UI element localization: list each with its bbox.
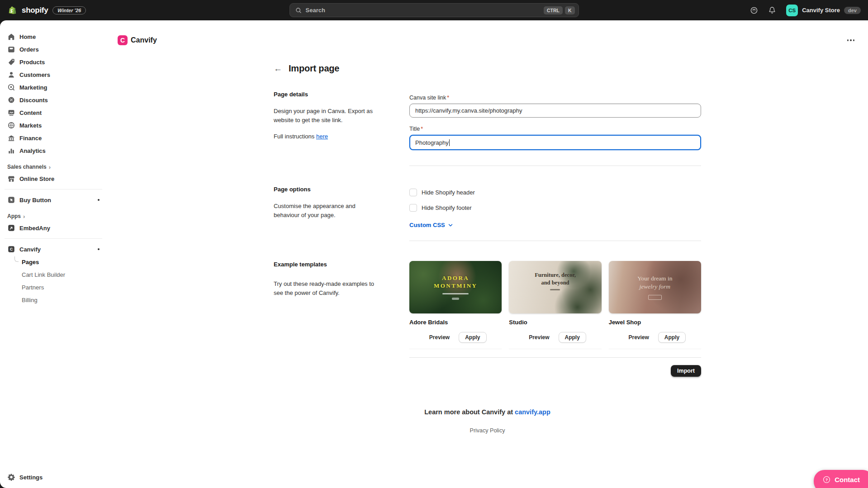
sidebar-item-marketing[interactable]: Marketing [4,81,103,94]
sidebar-item-label: Products [19,59,45,66]
sales-channels-header[interactable]: Sales channels › [4,161,103,172]
sidebar-divider [5,189,102,190]
notifications-bell-icon[interactable] [768,6,776,14]
store-avatar: CS [786,5,798,16]
contact-button[interactable]: ? Contact [814,470,868,488]
sidebar-subitem-billing[interactable]: Billing [4,294,103,306]
custom-css-label: Custom CSS [409,222,445,228]
sidebar-item-orders[interactable]: Orders [4,43,103,56]
template-name: Studio [509,319,601,326]
sidebar-item-label: Settings [19,474,43,481]
app-header: C Canvify [118,35,857,46]
back-arrow-icon[interactable]: ← [274,64,282,73]
custom-css-toggle[interactable]: Custom CSS [409,222,453,228]
apply-button[interactable]: Apply [658,332,686,343]
required-asterisk: * [421,126,423,132]
sidebar-item-analytics[interactable]: Analytics [4,144,103,157]
text-cursor [449,139,450,146]
sidebar-item-buy-button[interactable]: Buy Button [4,194,103,206]
required-asterisk: * [447,95,449,101]
page-details-description: Design your page in Canva. Export as web… [274,107,378,125]
sidebar-item-label: Marketing [19,84,47,91]
page-options-heading: Page options [274,186,378,193]
sidebar-item-canvify[interactable]: C Canvify [4,243,103,256]
instructions-link[interactable]: here [316,133,328,140]
template-art-decor [550,289,560,290]
sidebar-subitem-label: Billing [22,297,38,303]
apps-header[interactable]: Apps › [4,211,103,222]
store-menu-button[interactable]: CS Canvify Store dev [786,5,861,16]
title-label: Title* [409,126,701,132]
template-thumbnail[interactable]: ADORA MONTMINY [409,261,502,313]
import-page-panel: ← Import page Page details Design your p… [274,63,701,434]
preview-button[interactable]: Preview [524,332,554,343]
hide-header-checkbox[interactable] [409,189,417,196]
template-art-text: and beyond [535,279,576,286]
sidebar-subitem-pages[interactable]: Pages [4,256,103,268]
sidebar-item-label: Canvify [19,246,41,253]
bar-chart-icon [7,147,15,155]
sidekick-icon[interactable] [750,6,758,14]
percent-icon [7,96,15,104]
canvify-app-link[interactable]: canvify.app [515,408,550,416]
sidebar-item-label: Markets [19,122,42,129]
privacy-policy-link[interactable]: Privacy Policy [470,427,505,434]
sidebar-item-discounts[interactable]: Discounts [4,94,103,106]
sidebar-item-label: Online Store [19,175,54,182]
gear-icon [7,473,15,481]
overflow-menu-button[interactable] [844,37,858,44]
hide-header-label: Hide Shopify header [422,189,475,196]
brand-wordmark: shopify [22,6,48,15]
shopify-logo[interactable]: shopify Winter '26 [7,5,86,15]
hide-footer-checkbox[interactable] [409,204,417,212]
storefront-icon [7,175,15,183]
template-art-text: jewelry form [640,283,671,291]
template-thumbnail[interactable]: Your dream in jewelry form [609,261,701,313]
sidebar-subitem-cart-link-builder[interactable]: Cart Link Builder [4,268,103,281]
page-details-section: Page details Design your page in Canva. … [274,87,701,166]
apply-button[interactable]: Apply [459,332,486,343]
preview-button[interactable]: Preview [425,332,454,343]
topbar: shopify Winter '26 Search CTRL K CS Canv… [0,0,868,20]
embedany-app-icon [7,224,15,232]
template-card-studio: Furniture, decor, and beyond Studio Prev… [509,261,601,349]
page-options-description: Customise the appearance and behaviour o… [274,202,378,220]
sidebar-item-online-store[interactable]: Online Store [4,172,103,185]
template-card-jewel-shop: Your dream in jewelry form Jewel Shop Pr… [609,261,701,349]
dev-badge: dev [844,7,861,14]
preview-button[interactable]: Preview [624,332,653,343]
sidebar-subitem-partners[interactable]: Partners [4,281,103,294]
template-name: Jewel Shop [609,319,701,326]
template-art-text: ADORA [442,275,469,282]
notification-dot [98,199,100,201]
sidebar-item-finance[interactable]: Finance [4,132,103,144]
template-art-text: MONTMINY [434,282,478,289]
sidebar-item-settings[interactable]: Settings [4,471,103,483]
hide-footer-checkbox-row[interactable]: Hide Shopify footer [409,204,701,212]
import-button[interactable]: Import [671,365,701,377]
card-divider [609,349,701,349]
canvify-app-icon: C [7,245,15,253]
sidebar-item-home[interactable]: Home [4,30,103,43]
sidebar-item-customers[interactable]: Customers [4,68,103,81]
hide-header-checkbox-row[interactable]: Hide Shopify header [409,189,701,196]
sidebar-item-embedany[interactable]: EmbedAny [4,222,103,234]
sidebar-item-label: Finance [19,135,42,142]
question-circle-icon: ? [823,476,830,483]
template-thumbnail[interactable]: Furniture, decor, and beyond [509,261,601,313]
canva-site-link-input[interactable]: https://canvify.my.canva.site/photograph… [409,104,701,118]
template-art-text: Furniture, decor, [535,271,576,279]
canva-link-label: Canva site link* [409,95,701,101]
sidebar-item-label: Discounts [19,97,48,104]
template-art-decor [452,298,459,300]
sidebar-item-content[interactable]: Content [4,106,103,119]
global-search-input[interactable]: Search CTRL K [289,3,579,17]
apply-button[interactable]: Apply [559,332,586,343]
sidebar-item-products[interactable]: Products [4,56,103,68]
sidebar-item-markets[interactable]: Markets [4,119,103,132]
shortcut-ctrl-key: CTRL [544,6,563,14]
chevron-down-icon [448,223,453,228]
svg-text:?: ? [825,478,828,482]
version-badge: Winter '26 [52,6,86,14]
title-input[interactable]: Photography [409,135,701,150]
